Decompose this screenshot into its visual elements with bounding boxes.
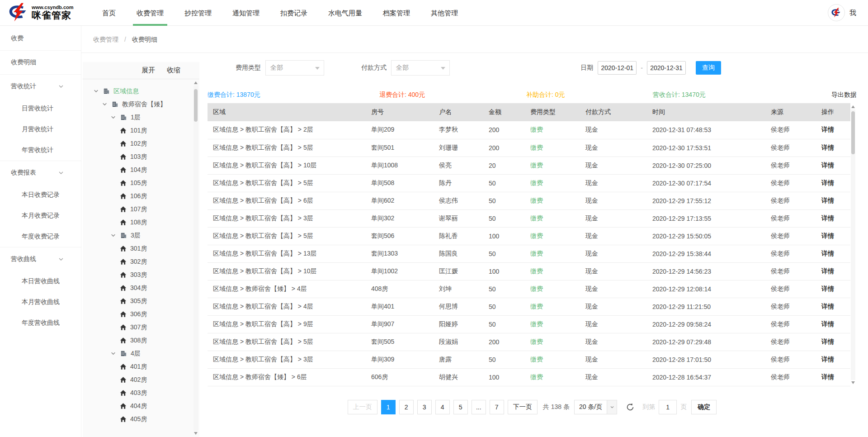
- cell-pay-method: 现金: [580, 192, 647, 209]
- page-size-select[interactable]: 20 条/页: [574, 400, 617, 414]
- user-menu-label[interactable]: 我: [849, 9, 856, 17]
- refresh-button[interactable]: [625, 402, 635, 412]
- tree-node[interactable]: 1层: [83, 111, 199, 124]
- tree-node[interactable]: 106房: [83, 190, 199, 203]
- nav-item[interactable]: 抄控管理: [184, 0, 212, 26]
- tree-node[interactable]: 307房: [83, 321, 199, 334]
- detail-link[interactable]: 详情: [821, 250, 834, 257]
- sidebar-item[interactable]: 年度收费记录: [0, 226, 81, 247]
- tree-node[interactable]: 305房: [83, 294, 199, 308]
- page-number-button[interactable]: 1: [381, 400, 396, 414]
- sidebar-item[interactable]: 营收统计: [0, 75, 81, 98]
- nav-item[interactable]: 收费管理: [137, 0, 164, 26]
- tree-node[interactable]: 107房: [83, 203, 199, 216]
- sidebar-item[interactable]: 年营收统计: [0, 140, 81, 161]
- table-scrollbar[interactable]: [850, 105, 856, 385]
- sidebar-item[interactable]: 收费明细: [0, 51, 81, 75]
- tree-node[interactable]: 404房: [83, 399, 199, 413]
- tree-node[interactable]: 303房: [83, 268, 199, 281]
- detail-link[interactable]: 详情: [821, 197, 834, 204]
- detail-link[interactable]: 详情: [821, 320, 834, 328]
- pay-method-select[interactable]: 全部: [391, 60, 450, 76]
- prev-page-button[interactable]: 上一页: [348, 400, 377, 414]
- tree-node[interactable]: 403房: [83, 386, 199, 399]
- page-number-button[interactable]: 5: [453, 400, 468, 414]
- tree-node[interactable]: 301房: [83, 242, 199, 255]
- table-scrollbar-track[interactable]: [851, 109, 855, 380]
- page-number-button[interactable]: ...: [472, 400, 486, 414]
- nav-item[interactable]: 档案管理: [383, 0, 410, 26]
- table-scrollbar-thumb[interactable]: [851, 111, 855, 154]
- detail-link[interactable]: 详情: [821, 214, 834, 222]
- detail-link[interactable]: 详情: [821, 126, 834, 133]
- detail-link[interactable]: 详情: [821, 285, 834, 292]
- export-data-button[interactable]: 导出数据: [831, 91, 857, 99]
- tree-node[interactable]: 3层: [83, 229, 199, 242]
- sidebar-item[interactable]: 月营收统计: [0, 119, 81, 140]
- fee-type-select[interactable]: 全部: [265, 60, 324, 76]
- chevron-down-icon[interactable]: [94, 89, 103, 94]
- tree-node[interactable]: 103房: [83, 150, 199, 163]
- query-button[interactable]: 查询: [696, 61, 721, 75]
- tree-collapse-button[interactable]: 收缩: [167, 66, 180, 75]
- detail-link[interactable]: 详情: [821, 373, 834, 380]
- tree-node[interactable]: 302房: [83, 255, 199, 268]
- chevron-down-icon[interactable]: [111, 115, 120, 120]
- date-to-input[interactable]: [647, 61, 686, 75]
- detail-link[interactable]: 详情: [821, 267, 834, 275]
- breadcrumb-parent[interactable]: 收费管理: [93, 36, 118, 43]
- tree-node[interactable]: 304房: [83, 281, 199, 294]
- tree-scrollbar-thumb[interactable]: [194, 89, 198, 122]
- tree-node[interactable]: 区域信息: [83, 85, 199, 98]
- sidebar-item[interactable]: 本日收费记录: [0, 185, 81, 205]
- sidebar-item[interactable]: 本日营收曲线: [0, 271, 81, 292]
- sidebar-item[interactable]: 日营收统计: [0, 98, 81, 119]
- tree-expand-button[interactable]: 展开: [142, 66, 155, 75]
- avatar[interactable]: [828, 4, 845, 21]
- chevron-down-icon[interactable]: [111, 233, 120, 238]
- tree-node[interactable]: 105房: [83, 176, 199, 190]
- sidebar-item[interactable]: 本月营收曲线: [0, 292, 81, 313]
- goto-page-input[interactable]: [659, 400, 677, 414]
- tree-node[interactable]: 402房: [83, 373, 199, 386]
- page-number-button[interactable]: 7: [490, 400, 504, 414]
- next-page-button[interactable]: 下一页: [508, 400, 538, 414]
- brand-logo[interactable]: www.csyndb.com 咪雀管家: [7, 3, 85, 23]
- nav-item[interactable]: 扣费记录: [280, 0, 307, 26]
- tree-scrollbar[interactable]: [193, 81, 198, 435]
- chevron-down-icon[interactable]: [111, 351, 120, 356]
- nav-item[interactable]: 通知管理: [232, 0, 259, 26]
- date-from-input[interactable]: [598, 61, 637, 75]
- chevron-down-icon[interactable]: [102, 102, 111, 107]
- page-number-button[interactable]: 2: [399, 400, 414, 414]
- sidebar-item[interactable]: 收费: [0, 27, 81, 51]
- detail-link[interactable]: 详情: [821, 162, 834, 169]
- tree-node[interactable]: 教师宿舍【矮】: [83, 98, 199, 111]
- tree-node[interactable]: 4层: [83, 347, 199, 360]
- nav-item[interactable]: 首页: [102, 0, 116, 26]
- detail-link[interactable]: 详情: [821, 356, 834, 363]
- sidebar-item[interactable]: 年度营收曲线: [0, 313, 81, 333]
- detail-link[interactable]: 详情: [821, 338, 834, 345]
- page-number-button[interactable]: 4: [435, 400, 450, 414]
- tree-node[interactable]: 102房: [83, 137, 199, 150]
- tree-node[interactable]: 308房: [83, 334, 199, 347]
- sidebar-item[interactable]: 收费报表: [0, 161, 81, 185]
- nav-item[interactable]: 水电气用量: [328, 0, 362, 26]
- confirm-button[interactable]: 确定: [691, 400, 717, 414]
- detail-link[interactable]: 详情: [821, 232, 834, 239]
- tree-node[interactable]: 104房: [83, 163, 199, 176]
- tree-scrollbar-track[interactable]: [193, 86, 198, 431]
- detail-link[interactable]: 详情: [821, 303, 834, 310]
- detail-link[interactable]: 详情: [821, 179, 834, 186]
- sidebar-item[interactable]: 营收曲线: [0, 247, 81, 271]
- tree-node[interactable]: 108房: [83, 216, 199, 229]
- sidebar-item[interactable]: 本月收费记录: [0, 205, 81, 226]
- tree-node[interactable]: 405房: [83, 413, 199, 426]
- detail-link[interactable]: 详情: [821, 144, 834, 151]
- page-number-button[interactable]: 3: [417, 400, 432, 414]
- tree-node[interactable]: 101房: [83, 124, 199, 137]
- tree-node[interactable]: 401房: [83, 360, 199, 373]
- nav-item[interactable]: 其他管理: [431, 0, 458, 26]
- tree-node[interactable]: 306房: [83, 308, 199, 321]
